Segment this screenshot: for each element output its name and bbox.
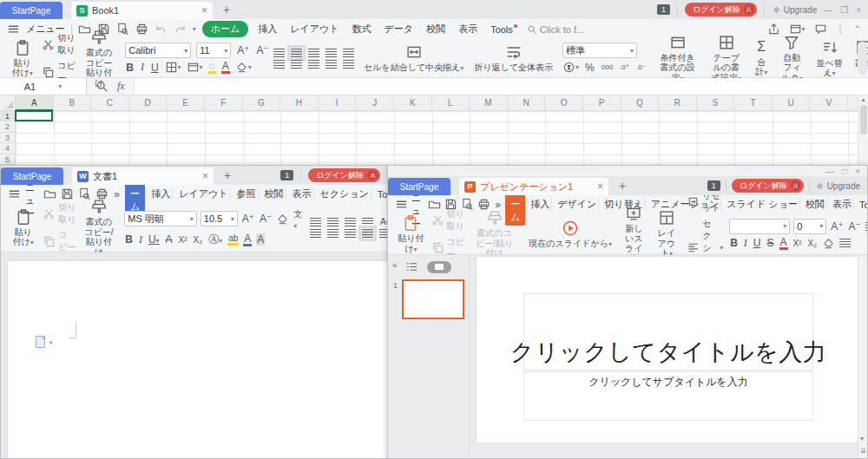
column-header[interactable]: P [583, 95, 621, 111]
column-header[interactable]: M [470, 95, 508, 111]
underline-icon[interactable]: U [150, 62, 160, 74]
increase-indent-icon[interactable] [343, 49, 354, 57]
italic-icon[interactable]: I [138, 233, 143, 246]
paste-button[interactable]: 貼り付け▾ [7, 208, 39, 247]
column-header[interactable]: D [129, 95, 168, 111]
copy-button[interactable]: コピー [43, 229, 76, 253]
cell-name-box[interactable]: A1▾ [0, 78, 87, 95]
sheet-new-tab-button[interactable]: + [223, 3, 230, 16]
row-header[interactable]: 5 [0, 154, 15, 165]
sort-button[interactable]: 並べ替え▾ [811, 39, 847, 78]
subtitle-placeholder[interactable]: クリックしてサブタイトルを入力 [523, 371, 813, 421]
pres-maximize-button[interactable]: □ [842, 167, 847, 176]
hamburger-menu-icon[interactable] [8, 187, 21, 200]
column-header[interactable]: G [243, 95, 281, 111]
column-header[interactable]: L [432, 95, 470, 111]
select-all-corner[interactable] [0, 95, 16, 111]
character-shading-icon[interactable]: A [256, 233, 265, 246]
column-header[interactable]: N [508, 95, 546, 111]
phonetic-guide-icon[interactable]: 文▾ [293, 208, 306, 230]
pres-tab-slideshow[interactable]: スライド ショー [725, 198, 800, 211]
slide-edit-area[interactable]: クリックしてタイトルを入力 クリックしてサブタイトルを入力 ▾ ⇊ [470, 255, 867, 458]
paste-options-icon[interactable] [36, 336, 45, 348]
column-header[interactable]: H [280, 95, 319, 111]
increase-indent-icon[interactable] [362, 218, 373, 226]
pres-upgrade-button[interactable]: Upgrade [815, 181, 860, 191]
writer-startpage-tab[interactable]: StartPage [1, 167, 63, 185]
increase-font-icon[interactable]: A⁺ [236, 44, 250, 56]
pres-doc-count-badge[interactable]: 1 [707, 180, 720, 191]
align-right-icon[interactable] [308, 60, 319, 69]
bold-icon[interactable]: B [125, 62, 135, 74]
writer-document-tab[interactable]: W 文書1 × [72, 167, 214, 185]
sheet-minimize-button[interactable]: — [824, 5, 832, 15]
writer-tab-tools[interactable]: Tools [376, 189, 388, 200]
pres-new-tab-button[interactable]: + [619, 179, 626, 193]
sheet-logout-button[interactable]: ログイン解除 [685, 3, 757, 16]
decrease-font-icon[interactable]: A⁻ [259, 213, 273, 225]
sheet-tab-tools[interactable]: Tools [487, 24, 521, 35]
text-effects-icon[interactable]: Ⓐ▾ [207, 233, 223, 247]
font-color-icon[interactable]: A [243, 233, 252, 246]
writer-tab-insert[interactable]: 挿入 [149, 187, 173, 200]
scrollbar-thumb[interactable] [860, 105, 867, 134]
pres-tab-review[interactable]: 校閲 [804, 198, 827, 211]
writer-tab-layout[interactable]: レイアウト [177, 187, 230, 200]
writer-tab-close-icon[interactable]: × [202, 170, 208, 182]
sheet-tab-close-icon[interactable]: × [201, 4, 207, 16]
increase-decimal-icon[interactable]: .0⁺ [619, 63, 630, 71]
superscript-icon[interactable]: X² [792, 239, 803, 248]
format-painter-button[interactable]: 書式のコピー/貼り付け [80, 198, 119, 257]
align-left-icon[interactable] [273, 60, 285, 69]
pres-startpage-tab[interactable]: StartPage [388, 178, 450, 195]
paste-button[interactable]: 貼り付け▾ [394, 214, 428, 253]
writer-document-area[interactable]: ▾ [1, 252, 387, 458]
merge-center-button[interactable]: セルを結合して中央揃え▾ [360, 43, 467, 73]
play-from-current-button[interactable]: 現在のスライドから▾ [525, 215, 615, 252]
decrease-indent-icon[interactable] [326, 49, 337, 57]
writer-tab-review[interactable]: 校閲 [263, 187, 286, 200]
fill-color-icon[interactable]: ◌ [208, 61, 216, 74]
column-header[interactable]: C [91, 95, 129, 111]
writer-new-tab-button[interactable]: + [224, 168, 231, 182]
pres-close-button[interactable]: × [855, 167, 860, 176]
column-header[interactable]: J [356, 95, 394, 111]
cut-button[interactable]: 切り取り [42, 32, 76, 56]
currency-icon[interactable]: ▾ [562, 61, 579, 74]
increase-font-icon[interactable]: A⁺ [241, 213, 255, 225]
borders-icon[interactable]: ▾ [165, 61, 181, 74]
column-header[interactable]: B [54, 95, 92, 111]
sheet-tab-review[interactable]: 校閲 [423, 23, 449, 36]
decrease-font-icon[interactable]: A⁻ [847, 220, 861, 233]
comment-icon[interactable] [814, 23, 827, 36]
sheet-document-tab[interactable]: S Book1 × [71, 2, 213, 19]
undo-icon[interactable] [155, 23, 168, 36]
clear-format-icon[interactable] [276, 213, 289, 226]
pres-tab-design[interactable]: デザイン [556, 198, 599, 211]
format-painter-button[interactable]: 書式のコピー/貼り付け [470, 209, 519, 259]
column-header[interactable]: T [734, 95, 773, 111]
insert-function-button[interactable]: fx [117, 80, 125, 93]
find-icon[interactable] [95, 80, 108, 93]
column-header[interactable]: U [773, 95, 811, 111]
sheet-doc-count-badge[interactable]: 1 [657, 4, 670, 15]
pres-vertical-scrollbar[interactable]: ▾ ⇊ [858, 255, 867, 458]
highlight-color-icon[interactable]: ab [227, 234, 239, 246]
font-color-icon[interactable]: A [221, 61, 230, 74]
writer-doc-count-badge[interactable]: 1 [280, 170, 293, 180]
cut-button[interactable]: 切り取り [431, 208, 466, 233]
sheet-upgrade-button[interactable]: Upgrade [772, 5, 817, 15]
writer-logout-button[interactable]: ログイン解除 [308, 168, 380, 182]
row-header[interactable]: 2 [0, 121, 15, 132]
writer-tab-view[interactable]: 表示 [291, 187, 314, 200]
paste-button[interactable]: 貼り付け▾ [6, 39, 38, 78]
align-right-icon[interactable] [345, 229, 356, 238]
numbered-list-icon[interactable] [327, 218, 339, 226]
autofilter-button[interactable]: 自動フィルタ▾ [777, 34, 808, 83]
row-header[interactable]: 4 [0, 143, 15, 154]
slide-canvas[interactable]: クリックしてタイトルを入力 クリックしてサブタイトルを入力 [477, 257, 858, 443]
print-icon[interactable] [135, 23, 148, 36]
sheet-tab-home[interactable]: ホーム [202, 21, 249, 37]
scroll-down-icon[interactable]: ▾ [860, 435, 864, 443]
wrap-text-button[interactable]: 折り返して全体表示 [470, 43, 556, 73]
